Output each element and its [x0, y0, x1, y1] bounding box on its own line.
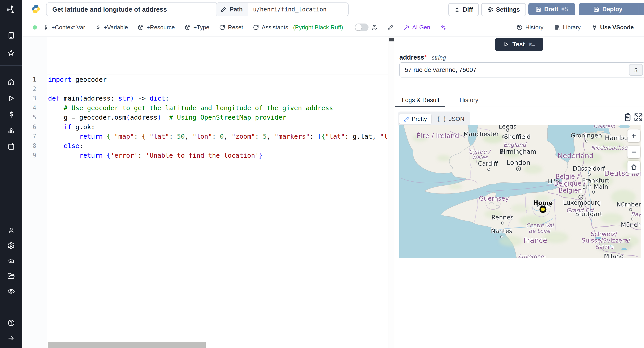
line-number: 8: [22, 142, 36, 149]
sidebar-item-dollar-icon[interactable]: [8, 111, 15, 118]
required-asterisk: *: [424, 54, 427, 61]
code-line[interactable]: 3def main(address: str) -> dict:: [22, 94, 388, 103]
script-path-widget[interactable]: Path u/henri/find_location: [216, 3, 348, 16]
map-label: Éire / Ireland: [416, 132, 459, 140]
code-line[interactable]: 4 # Use geocoder to get the latitude and…: [22, 103, 388, 113]
path-label: Path: [230, 6, 243, 13]
sidebar-item-star-icon[interactable]: [8, 49, 15, 57]
sidebar-item-user-icon[interactable]: [8, 227, 15, 234]
address-input[interactable]: 57 rue de varenne, 75007 $: [399, 62, 644, 77]
deploy-button[interactable]: Deploy: [579, 3, 644, 15]
expand-icon: [634, 113, 643, 122]
map-label: de Loire: [528, 228, 550, 234]
add-context-var-button[interactable]: +Context Var: [43, 24, 85, 31]
test-button[interactable]: Test ⌘↵: [495, 38, 544, 51]
argument-name: address: [399, 54, 424, 61]
map-label: Auvergne-: [518, 254, 546, 258]
map-label: am Main: [582, 183, 608, 190]
sidebar-item-home-icon[interactable]: [8, 78, 15, 86]
map-label: Birmingham: [500, 148, 536, 155]
brush-icon: [388, 24, 394, 31]
view-pretty-button[interactable]: Pretty: [399, 114, 431, 124]
tab-logs-result[interactable]: Logs & Result: [395, 94, 446, 107]
sidebar-item-arrow-right-icon[interactable]: [8, 334, 15, 342]
code-line[interactable]: 1import geocoder: [22, 75, 388, 84]
map-label: Groningen: [571, 132, 602, 139]
assistants-button[interactable]: Assistants (Pyright Black Ruff): [253, 24, 343, 31]
add-variable-button[interactable]: +Variable: [95, 24, 128, 31]
rotate-icon: [219, 24, 225, 31]
horizontal-scrollbar-thumb[interactable]: [48, 342, 206, 348]
script-title-input[interactable]: Get latitude and longitude of address: [46, 3, 218, 16]
sidebar-divider: [0, 65, 22, 66]
sidebar-item-gear-icon[interactable]: [8, 242, 15, 249]
line-number: 4: [22, 105, 36, 111]
expand-result-button[interactable]: [634, 113, 643, 122]
code-line[interactable]: 2: [22, 84, 388, 94]
sidebar-item-building-icon[interactable]: [8, 32, 15, 39]
map-label: Nederland: [558, 152, 594, 160]
python-icon: [31, 4, 41, 14]
sidebar-item-calendar-icon[interactable]: [8, 143, 15, 150]
code-line[interactable]: 9 return {'error': 'Unable to find the l…: [22, 150, 388, 160]
add-resource-button[interactable]: +Resource: [138, 24, 175, 31]
save-icon: [594, 6, 599, 12]
sidebar-item-help-circle-icon[interactable]: [8, 319, 15, 327]
deploy-label: Deploy: [602, 6, 622, 13]
code-text: import geocoder: [48, 76, 107, 83]
map-zoom-in-button[interactable]: +: [628, 129, 640, 142]
save-draft-button[interactable]: Draft ⌘S: [528, 3, 575, 15]
map-zoom-out-button[interactable]: −: [628, 145, 640, 158]
code-editor[interactable]: 1import geocoder23def main(address: str)…: [22, 37, 395, 348]
gear-icon: [487, 7, 493, 13]
tab-history[interactable]: History: [453, 94, 485, 107]
sidebar-item-eye-icon[interactable]: [8, 287, 15, 295]
sidebar-item-boxes-icon[interactable]: [8, 127, 15, 135]
resize-handle[interactable]: [641, 75, 644, 78]
code-line[interactable]: 6 if g.ok:: [22, 122, 388, 132]
format-button[interactable]: [388, 24, 394, 31]
multiplayer-toggle[interactable]: [355, 24, 368, 31]
panel-divider[interactable]: [395, 37, 395, 348]
ai-gen-button[interactable]: AI Gen: [404, 24, 430, 31]
library-button[interactable]: Library: [554, 24, 580, 31]
map-label: Wales: [472, 154, 488, 160]
map-marker-home: [540, 206, 546, 213]
line-number: 3: [22, 95, 36, 102]
argument-row: address*string: [399, 54, 446, 61]
copy-result-button[interactable]: [623, 113, 632, 122]
settings-label: Settings: [496, 6, 520, 13]
insert-variable-button[interactable]: $: [629, 64, 643, 76]
status-dot: [33, 25, 37, 30]
sidebar-item-folder-open-icon[interactable]: [8, 272, 15, 280]
folder-open-icon: [8, 272, 15, 280]
sparkles-icon-button[interactable]: [440, 24, 446, 31]
path-value: u/henri/find_location: [248, 3, 327, 16]
use-vscode-button[interactable]: Use VScode: [592, 24, 634, 31]
code-text: # Use geocoder to get the latitude and l…: [48, 104, 333, 112]
map-recenter-button[interactable]: [628, 161, 640, 173]
reset-button[interactable]: Reset: [219, 24, 243, 31]
diff-button[interactable]: Diff: [448, 3, 479, 16]
star-icon: [8, 49, 15, 57]
result-map[interactable]: LeedsHolsteinÉire / IrelandManchesterShe…: [399, 125, 641, 258]
map-city-dot: [586, 140, 588, 143]
add-type-button[interactable]: +Type: [185, 24, 210, 31]
vertical-scrollbar-thumb[interactable]: [389, 38, 394, 41]
code-line[interactable]: 5 g = geocoder.osm(address) # Using Open…: [22, 113, 388, 122]
code-line[interactable]: 8 else:: [22, 141, 388, 151]
braces-icon: { }: [437, 116, 446, 122]
history-button[interactable]: History: [516, 24, 544, 31]
vertical-scrollbar[interactable]: [388, 37, 395, 348]
code-line[interactable]: 7 return { "map": { "lat": 50, "lon": 0,…: [22, 131, 388, 141]
sidebar-item-bot-icon[interactable]: [8, 257, 15, 265]
package-icon: [185, 24, 191, 31]
view-json-button[interactable]: { } JSON: [432, 114, 469, 124]
line-number: 1: [22, 76, 36, 83]
windmill-logo-icon[interactable]: [6, 4, 16, 15]
sidebar-item-play-icon[interactable]: [8, 94, 15, 102]
map-label: Niedersachsen: [591, 145, 630, 151]
settings-button[interactable]: Settings: [481, 3, 526, 16]
package-icon: [138, 24, 144, 31]
collaborators-button[interactable]: [372, 24, 378, 31]
